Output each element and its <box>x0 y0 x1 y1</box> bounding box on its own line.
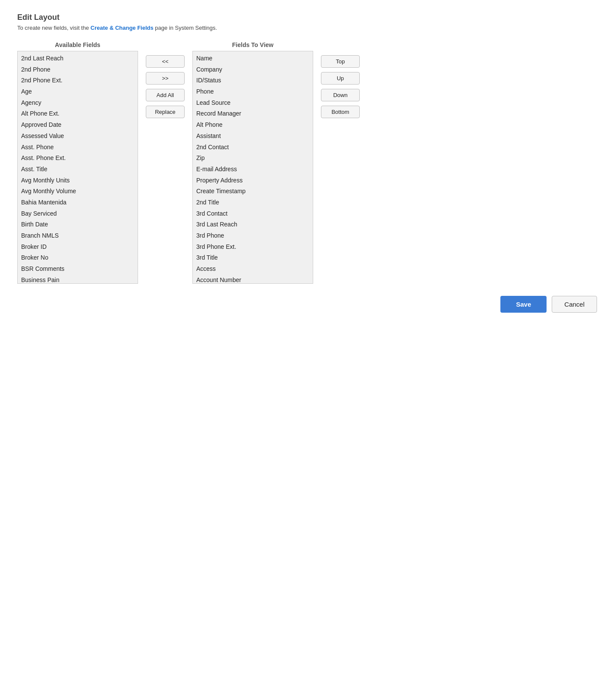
list-item[interactable]: Lead Source <box>193 97 313 109</box>
list-item[interactable]: Avg Monthly Volume <box>18 186 138 197</box>
list-item[interactable]: 3rd Phone Ext. <box>193 242 313 253</box>
list-item[interactable]: Account Number <box>193 275 313 284</box>
subtitle: To create new fields, visit the Create &… <box>17 25 599 31</box>
list-item[interactable]: 3rd Contact <box>193 208 313 220</box>
list-item[interactable]: Birth Date <box>18 219 138 230</box>
available-fields-panel: Available Fields 2nd Last Reach2nd Phone… <box>17 41 138 284</box>
list-item[interactable]: Approved Date <box>18 119 138 131</box>
list-item[interactable]: Zip <box>193 153 313 164</box>
list-item[interactable]: Name <box>193 53 313 64</box>
down-button[interactable]: Down <box>321 89 360 101</box>
list-item[interactable]: 2nd Title <box>193 197 313 208</box>
list-item[interactable]: Create Timestamp <box>193 186 313 197</box>
list-item[interactable]: Bay Serviced <box>18 208 138 220</box>
add-button[interactable]: << <box>146 55 185 68</box>
list-item[interactable]: Asst. Title <box>18 164 138 175</box>
list-item[interactable]: Asst. Phone <box>18 142 138 153</box>
up-button[interactable]: Up <box>321 72 360 85</box>
list-item[interactable]: 2nd Last Reach <box>18 53 138 64</box>
list-item[interactable]: Alt Phone Ext. <box>18 108 138 119</box>
bottom-button[interactable]: Bottom <box>321 106 360 118</box>
list-item[interactable]: ID/Status <box>193 75 313 86</box>
list-item[interactable]: Assessed Value <box>18 131 138 142</box>
list-item[interactable]: Bahia Mantenida <box>18 197 138 208</box>
create-change-fields-link[interactable]: Create & Change Fields <box>91 25 154 31</box>
list-item[interactable]: Phone <box>193 86 313 97</box>
list-item[interactable]: Avg Monthly Units <box>18 175 138 186</box>
available-fields-list[interactable]: 2nd Last Reach2nd Phone2nd Phone Ext.Age… <box>17 51 138 284</box>
fields-to-view-label: Fields To View <box>232 41 273 48</box>
top-button[interactable]: Top <box>321 55 360 68</box>
save-button[interactable]: Save <box>500 296 547 313</box>
list-item[interactable]: Branch NMLS <box>18 230 138 242</box>
list-item[interactable]: Record Manager <box>193 108 313 119</box>
list-item[interactable]: BSR Comments <box>18 264 138 275</box>
add-all-button[interactable]: Add All <box>146 89 185 101</box>
list-item[interactable]: 2nd Phone Ext. <box>18 75 138 86</box>
position-controls: Top Up Down Bottom <box>321 41 360 118</box>
list-item[interactable]: E-mail Address <box>193 164 313 175</box>
replace-button[interactable]: Replace <box>146 106 185 118</box>
list-item[interactable]: Age <box>18 86 138 97</box>
list-item[interactable]: Asst. Phone Ext. <box>18 153 138 164</box>
subtitle-post: page in System Settings. <box>154 25 217 31</box>
list-item[interactable]: Assistant <box>193 131 313 142</box>
page-title: Edit Layout <box>17 13 599 22</box>
fields-to-view-panel: Fields To View NameCompanyID/StatusPhone… <box>192 41 313 284</box>
list-item[interactable]: Agency <box>18 97 138 109</box>
cancel-button[interactable]: Cancel <box>552 296 597 313</box>
remove-button[interactable]: >> <box>146 72 185 85</box>
list-item[interactable]: Business Pain <box>18 275 138 284</box>
list-item[interactable]: Broker No <box>18 252 138 264</box>
list-item[interactable]: Broker ID <box>18 242 138 253</box>
subtitle-pre: To create new fields, visit the <box>17 25 91 31</box>
fields-to-view-list[interactable]: NameCompanyID/StatusPhoneLead SourceReco… <box>192 51 313 284</box>
list-item[interactable]: Company <box>193 64 313 75</box>
list-item[interactable]: 3rd Last Reach <box>193 219 313 230</box>
list-item[interactable]: Property Address <box>193 175 313 186</box>
available-fields-label: Available Fields <box>55 41 100 48</box>
list-item[interactable]: Access <box>193 264 313 275</box>
list-item[interactable]: Alt Phone <box>193 119 313 131</box>
list-item[interactable]: 2nd Contact <box>193 142 313 153</box>
list-item[interactable]: 3rd Title <box>193 252 313 264</box>
list-item[interactable]: 2nd Phone <box>18 64 138 75</box>
footer: Save Cancel <box>17 296 599 313</box>
middle-controls: << >> Add All Replace <box>146 41 185 118</box>
list-item[interactable]: 3rd Phone <box>193 230 313 242</box>
